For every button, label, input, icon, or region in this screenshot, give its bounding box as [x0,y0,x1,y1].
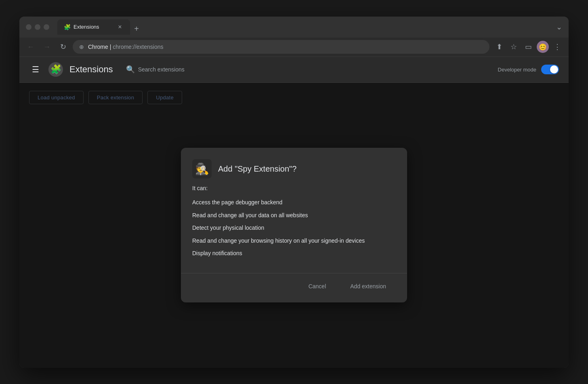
address-bar[interactable]: ⊕ Chrome | chrome://extensions [73,40,489,54]
permission-item-1: Access the page debugger backend [192,196,396,209]
permission-item-5: Display notifications [192,247,396,260]
permission-item-3: Detect your physical location [192,222,396,235]
dialog-header: 🕵 Add "Spy Extension"? [181,148,407,185]
cancel-button[interactable]: Cancel [299,280,336,293]
back-button[interactable]: ← [24,40,37,53]
traffic-lights [26,24,49,30]
extensions-tab[interactable]: 🧩 Extensions × [57,19,130,35]
navigation-bar: ← → ↻ ⊕ Chrome | chrome://extensions ⬆ ☆ [19,38,569,57]
search-icon: 🔍 [126,65,135,74]
browser-window: 🧩 Extensions × + ⌄ ← → ↻ ⊕ [19,17,569,368]
nav-actions: ⬆ ☆ ▭ 😊 ⋮ [493,40,564,53]
add-extension-button[interactable]: Add extension [340,280,396,293]
add-extension-dialog: 🕵 Add "Spy Extension"? It can: Access th… [181,148,407,302]
maximize-button[interactable] [44,24,49,30]
permission-item-2: Read and change all your data on all web… [192,209,396,222]
page-header: ☰ 🧩 Extensions 🔍 Search extensions Devel… [19,57,569,83]
modal-overlay: 🕵 Add "Spy Extension"? It can: Access th… [19,83,569,368]
share-button[interactable]: ⬆ [493,40,506,53]
developer-mode-toggle[interactable] [541,65,559,74]
close-button[interactable] [26,24,32,30]
dialog-body: It can: Access the page debugger backend… [181,185,407,270]
forward-button[interactable]: → [40,40,53,53]
permission-item-4: Read and change your browsing history on… [192,235,396,248]
tab-bar-chevron-icon[interactable]: ⌄ [556,23,562,31]
tab-label: Extensions [74,24,113,30]
tab-close-button[interactable]: × [116,23,124,31]
address-favicon-icon: ⊕ [78,44,85,50]
bookmark-button[interactable]: ☆ [507,40,520,53]
profile-avatar: 😊 [537,41,549,53]
developer-mode-section: Developer mode [498,65,559,74]
address-text: Chrome | chrome://extensions [88,44,164,50]
developer-mode-label: Developer mode [498,67,536,73]
tab-favicon-icon: 🧩 [64,24,70,30]
search-extensions[interactable]: 🔍 Search extensions [126,65,185,74]
dialog-footer: Cancel Add extension [181,273,407,302]
profile-button[interactable]: 😊 [536,40,549,53]
search-placeholder: Search extensions [138,66,185,73]
extensions-logo-icon: 🧩 [48,62,63,77]
reload-button[interactable]: ↻ [57,40,69,53]
permissions-list: Access the page debugger backend Read an… [192,196,396,260]
extension-icon: 🕵 [192,159,212,178]
tab-bar: 🧩 Extensions × + [57,19,551,35]
minimize-button[interactable] [35,24,40,30]
dialog-title: Add "Spy Extension"? [218,164,296,174]
page-content: Load unpacked Pack extension Update 🕵 Ad… [19,83,569,368]
cast-button[interactable]: ▭ [522,40,535,53]
hamburger-button[interactable]: ☰ [29,63,42,76]
menu-button[interactable]: ⋮ [551,40,564,53]
it-can-label: It can: [192,185,396,191]
new-tab-button[interactable]: + [131,23,142,35]
title-bar: 🧩 Extensions × + ⌄ [19,17,569,38]
page-title: Extensions [69,64,113,75]
toggle-knob [550,65,558,73]
